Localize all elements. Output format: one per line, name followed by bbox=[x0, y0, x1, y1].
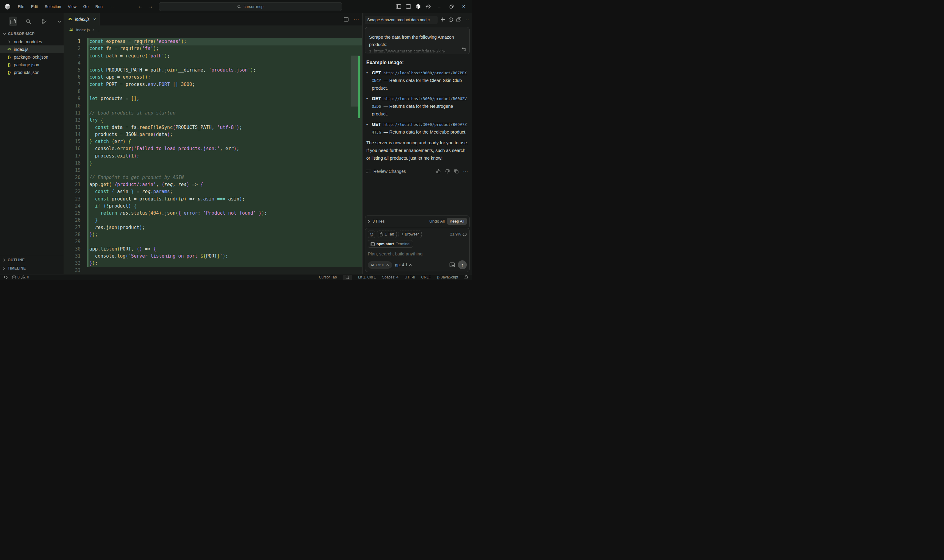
line-number: 6 bbox=[64, 74, 80, 81]
tab-close-icon[interactable]: × bbox=[93, 17, 96, 22]
changed-files-bar[interactable]: 3 Files Undo All Keep All bbox=[365, 215, 469, 226]
menu-run[interactable]: Run bbox=[92, 4, 106, 9]
cursor-ai-icon[interactable] bbox=[415, 4, 421, 9]
line-number: 25 bbox=[64, 210, 80, 217]
split-editor-icon[interactable] bbox=[344, 17, 349, 22]
project-header[interactable]: CURSOR-MCP bbox=[0, 29, 63, 38]
line-content: if (!product) { bbox=[89, 203, 137, 210]
problems-indicator[interactable]: 0 0 bbox=[12, 275, 29, 279]
sidebar-section-outline[interactable]: OUTLINE bbox=[0, 256, 63, 264]
line-number: 30 bbox=[64, 246, 80, 253]
json-file-icon: {} bbox=[7, 63, 12, 67]
restore-checkpoint-icon[interactable] bbox=[461, 47, 466, 51]
user-message-text: Scrape the data from the following Amazo… bbox=[369, 34, 466, 48]
chat-panel-header: Scrape Amazon product data and c ··· bbox=[362, 13, 472, 26]
chevron-down-icon bbox=[3, 33, 6, 35]
tab-context-chip[interactable]: 1 Tab bbox=[377, 231, 397, 238]
cursor-position-status[interactable]: Ln 1, Col 1 bbox=[358, 275, 376, 279]
window-close-button[interactable]: × bbox=[460, 3, 468, 11]
bullet-text: GET http://localhost:3000/product/B00U2V… bbox=[372, 95, 468, 118]
settings-gear-icon[interactable] bbox=[425, 4, 431, 9]
window-restore-button[interactable] bbox=[447, 3, 455, 11]
line-number: 17 bbox=[64, 152, 80, 160]
editor-more-actions-icon[interactable]: ··· bbox=[353, 17, 359, 22]
terminal-context-chip[interactable]: npm start Terminal bbox=[368, 240, 413, 248]
new-chat-icon[interactable] bbox=[440, 17, 446, 22]
source-control-icon[interactable] bbox=[40, 17, 48, 26]
explorer-icon[interactable] bbox=[9, 17, 17, 26]
code-line-18: 18} bbox=[64, 160, 362, 167]
menu-go[interactable]: Go bbox=[80, 4, 92, 9]
menu-view[interactable]: View bbox=[65, 4, 80, 9]
chevron-up-icon bbox=[409, 264, 412, 266]
nav-back-icon[interactable]: ← bbox=[138, 3, 143, 9]
line-content: res.json(product); bbox=[89, 224, 145, 231]
menu-selection[interactable]: Selection bbox=[41, 4, 64, 9]
json-file-icon: {} bbox=[7, 70, 12, 75]
toggle-sidebar-icon[interactable] bbox=[396, 4, 401, 9]
cursor-tab-status[interactable]: Cursor Tab bbox=[319, 275, 337, 279]
file-item-package-json[interactable]: {}package.json bbox=[0, 61, 63, 68]
thumbs-up-icon[interactable] bbox=[437, 169, 441, 174]
model-selector[interactable]: gpt-4.1 bbox=[395, 263, 412, 267]
keep-all-files-button[interactable]: Keep All bbox=[447, 218, 467, 225]
activity-more-chevron-icon[interactable] bbox=[56, 17, 64, 26]
code-line-23: 23 const product = products.find((p) => … bbox=[64, 195, 362, 203]
copy-icon[interactable] bbox=[454, 169, 458, 174]
chat-tab-title[interactable]: Scrape Amazon product data and c bbox=[365, 15, 438, 24]
search-value: cursor-mcp bbox=[244, 4, 263, 9]
send-button[interactable]: ↑ bbox=[458, 260, 467, 269]
line-content: app.get('/product/:asin', (req, res) => … bbox=[89, 181, 203, 188]
line-content: } bbox=[89, 217, 98, 224]
command-search-input[interactable]: cursor-mcp bbox=[159, 2, 342, 11]
search-sidebar-icon[interactable] bbox=[25, 17, 33, 26]
file-item-package-lock-json[interactable]: {}package-lock.json bbox=[0, 53, 63, 61]
line-number: 24 bbox=[64, 203, 80, 210]
notifications-bell-icon[interactable] bbox=[464, 275, 468, 279]
file-item-products-json[interactable]: {}products.json bbox=[0, 68, 63, 76]
line-number: 13 bbox=[64, 124, 80, 131]
line-number: 1 bbox=[64, 38, 80, 45]
browser-context-chip[interactable]: + Browser bbox=[399, 231, 422, 238]
breadcrumb[interactable]: JS index.js … bbox=[64, 26, 362, 34]
review-changes-label[interactable]: Review Changes bbox=[373, 169, 406, 174]
eol-status[interactable]: CRLF bbox=[421, 275, 431, 279]
infinity-icon: ∞ bbox=[371, 263, 374, 268]
line-content: products = JSON.parse(data); bbox=[89, 131, 173, 138]
line-content: console.log(`Server listening on port ${… bbox=[89, 253, 228, 260]
thumbs-down-icon[interactable] bbox=[445, 169, 450, 174]
chat-input-placeholder[interactable]: Plan, search, build anything bbox=[368, 251, 467, 256]
chat-history-icon[interactable] bbox=[448, 17, 453, 22]
screencast-zoom-icon[interactable] bbox=[343, 275, 352, 280]
user-message-card[interactable]: Scrape the data from the following Amazo… bbox=[365, 27, 469, 54]
sidebar-section-timeline[interactable]: TIMELINE bbox=[0, 264, 63, 272]
menu-edit[interactable]: Edit bbox=[28, 4, 41, 9]
menu-file[interactable]: File bbox=[14, 4, 28, 9]
nav-forward-icon[interactable]: → bbox=[148, 3, 153, 9]
open-chat-in-editor-icon[interactable] bbox=[456, 17, 461, 22]
toggle-panel-icon[interactable] bbox=[406, 4, 411, 9]
code-editor[interactable]: 1const express = require('express');2con… bbox=[64, 34, 362, 274]
breadcrumb-file[interactable]: index.js bbox=[76, 28, 90, 32]
file-item-node-modules[interactable]: node_modules bbox=[0, 38, 63, 45]
add-context-button[interactable]: @ bbox=[368, 231, 375, 238]
usage-bullets: •GET http://localhost:3000/product/B07PB… bbox=[366, 69, 468, 136]
breadcrumb-more[interactable]: … bbox=[97, 28, 100, 32]
language-status[interactable]: {}JavaScript bbox=[437, 275, 458, 279]
code-line-24: 24 if (!product) { bbox=[64, 203, 362, 210]
encoding-status[interactable]: UTF-8 bbox=[405, 275, 415, 279]
window-minimize-button[interactable]: – bbox=[435, 3, 443, 11]
message-more-icon[interactable]: ··· bbox=[463, 169, 468, 174]
attach-image-icon[interactable] bbox=[450, 263, 455, 267]
tab-index-js[interactable]: JS index.js × bbox=[64, 13, 100, 26]
agent-mode-selector[interactable]: ∞ Ctrl+I bbox=[368, 261, 392, 269]
usage-bullet-2: •GET http://localhost:3000/product/B00U2… bbox=[366, 95, 468, 118]
file-item-index-js[interactable]: JSindex.js bbox=[0, 45, 63, 53]
remote-indicator-icon[interactable] bbox=[4, 275, 8, 279]
indentation-status[interactable]: Spaces: 4 bbox=[382, 275, 398, 279]
chat-more-icon[interactable]: ··· bbox=[464, 17, 469, 22]
chat-input-card[interactable]: @ 1 Tab + Browser 21.9% npm start Termin… bbox=[365, 228, 469, 272]
undo-all-files-button[interactable]: Undo All bbox=[429, 219, 445, 223]
menu-more[interactable]: ··· bbox=[106, 4, 118, 9]
code-line-26: 26 } bbox=[64, 217, 362, 224]
